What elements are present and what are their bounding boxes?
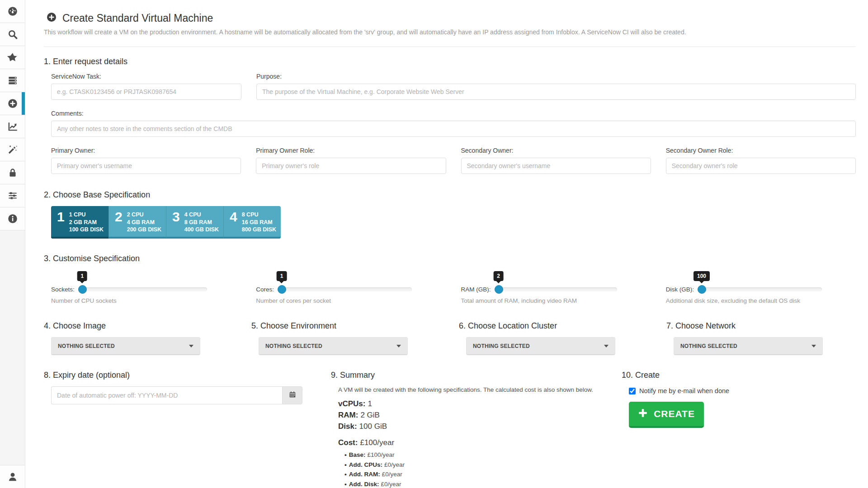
tile-ram: 16 GB RAM	[242, 219, 276, 226]
magic-wand-icon	[7, 144, 19, 155]
sockets-slider-label: Sockets:	[51, 286, 75, 293]
section-heading: 5. Choose Environment	[251, 321, 441, 331]
primary-owner-role-label: Primary Owner Role:	[256, 147, 446, 154]
cost-breakdown-disk: Add. Disk:£0/year	[344, 479, 593, 488]
tile-number: 4	[230, 210, 237, 237]
tile-number: 3	[172, 210, 180, 237]
sidebar-item-servers[interactable]	[0, 69, 25, 92]
page-subtitle: This workflow will create a VM on the pr…	[44, 28, 856, 36]
chevron-down-icon	[189, 345, 193, 347]
tile-disk: 200 GB DISK	[127, 226, 161, 234]
header-divider	[44, 47, 856, 47]
purpose-input[interactable]	[256, 84, 856, 100]
sockets-slider-handle[interactable]: 1	[78, 285, 87, 294]
section-choose-location-cluster: 6. Choose Location Cluster NOTHING SELEC…	[459, 321, 648, 355]
tile-cpu: 8 CPU	[242, 211, 276, 219]
sidebar-item-create[interactable]	[0, 92, 25, 115]
secondary-owner-role-field-group: Secondary Owner Role:	[666, 147, 856, 174]
expiry-date-input-group	[51, 386, 302, 404]
create-button[interactable]: CREATE	[629, 402, 704, 428]
sliders-icon	[7, 190, 19, 202]
info-circle-icon	[7, 213, 19, 225]
tile-disk: 100 GB DISK	[69, 226, 104, 234]
ram-slider-handle[interactable]: 2	[495, 285, 503, 294]
sidebar-item-wizard[interactable]	[0, 138, 25, 161]
sidebar-item-security[interactable]	[0, 161, 25, 184]
network-dropdown[interactable]: NOTHING SELECTED	[674, 337, 823, 355]
comments-input[interactable]	[51, 121, 856, 137]
image-dropdown-value: NOTHING SELECTED	[58, 343, 115, 349]
tile-ram: 8 GB RAM	[184, 219, 219, 226]
sidebar-item-reports[interactable]	[0, 115, 25, 138]
network-dropdown-value: NOTHING SELECTED	[680, 343, 737, 349]
summary-disk: Disk:100 GiB	[338, 422, 593, 431]
calendar-icon	[288, 390, 297, 400]
environment-dropdown[interactable]: NOTHING SELECTED	[259, 337, 408, 355]
section-choose-image: 4. Choose Image NOTHING SELECTED	[44, 321, 233, 355]
base-spec-tile-group: 1 1 CPU 2 GB RAM 100 GB DISK 2 2 CPU 4 G…	[51, 206, 281, 239]
cores-slider-handle[interactable]: 1	[278, 285, 286, 294]
section-heading: 6. Choose Location Cluster	[459, 321, 648, 331]
notify-email-checkbox[interactable]	[629, 388, 636, 394]
secondary-owner-input[interactable]	[461, 158, 651, 174]
chart-line-icon	[7, 121, 19, 132]
disk-slider-track[interactable]: 100	[698, 287, 822, 291]
section-heading: 10. Create	[622, 371, 856, 380]
base-spec-tile-2[interactable]: 2 2 CPU 4 GB RAM 200 GB DISK	[108, 206, 166, 239]
ram-slider-track[interactable]: 2	[495, 287, 617, 291]
sidebar-item-info[interactable]	[0, 207, 25, 230]
tile-cpu: 2 CPU	[127, 211, 161, 219]
tile-number: 2	[115, 210, 123, 237]
calendar-picker-button[interactable]	[282, 386, 302, 404]
create-button-label: CREATE	[654, 408, 695, 419]
sidebar-item-search[interactable]	[0, 23, 25, 46]
base-spec-tile-1[interactable]: 1 1 CPU 2 GB RAM 100 GB DISK	[51, 206, 108, 239]
base-spec-tile-4[interactable]: 4 8 CPU 16 GB RAM 800 GB DISK	[223, 206, 281, 239]
chevron-down-icon	[811, 345, 816, 347]
section-choose-network: 7. Choose Network NOTHING SELECTED	[666, 321, 856, 355]
base-spec-tile-3[interactable]: 3 4 CPU 8 GB RAM 400 GB DISK	[166, 206, 223, 239]
search-icon	[7, 28, 19, 40]
secondary-owner-role-input[interactable]	[666, 158, 856, 174]
image-dropdown[interactable]: NOTHING SELECTED	[51, 337, 200, 355]
cores-slider-caption: Number of cores per socket	[256, 297, 446, 304]
expiry-date-input[interactable]	[51, 386, 282, 404]
location-cluster-dropdown[interactable]: NOTHING SELECTED	[466, 337, 615, 355]
ram-slider-field: RAM (GB): 2 Total amount of RAM, includi…	[461, 286, 651, 304]
purpose-label: Purpose:	[256, 73, 856, 80]
purpose-field-group: Purpose:	[256, 73, 856, 100]
sidebar-spacer	[0, 230, 25, 465]
sidebar-item-favorites[interactable]	[0, 46, 25, 69]
sidebar-item-user[interactable]	[0, 465, 25, 488]
primary-owner-input[interactable]	[51, 158, 241, 174]
cost-breakdown-ram: Add. RAM:£0/year	[344, 469, 593, 479]
secondary-owner-role-label: Secondary Owner Role:	[666, 147, 856, 154]
star-icon	[7, 52, 19, 63]
cores-slider-track[interactable]: 1	[278, 287, 412, 291]
section-summary: 9. Summary A VM will be created with the…	[331, 371, 593, 488]
sidebar-item-settings[interactable]	[0, 184, 25, 207]
section-create: 10. Create Notify me by e-mail when done…	[622, 371, 856, 488]
cores-slider-label: Cores:	[256, 286, 274, 293]
section-choose-environment: 5. Choose Environment NOTHING SELECTED	[251, 321, 441, 355]
primary-owner-field-group: Primary Owner:	[51, 147, 241, 174]
ram-slider-value-tooltip: 2	[493, 271, 504, 281]
ram-slider-label: RAM (GB):	[461, 286, 491, 293]
plus-icon	[638, 408, 648, 420]
sidebar-item-dashboard[interactable]	[0, 0, 25, 23]
section-base-specification: 2. Choose Base Specification 1 1 CPU 2 G…	[44, 190, 856, 239]
disk-slider-field: Disk (GB): 100 Additional disk size, exc…	[666, 286, 856, 304]
primary-owner-label: Primary Owner:	[51, 147, 241, 154]
sidebar	[0, 0, 25, 488]
page-header: Create Standard Virtual Machine	[44, 12, 856, 24]
sockets-slider-field: Sockets: 1 Number of CPU sockets	[51, 286, 241, 304]
secondary-owner-label: Secondary Owner:	[461, 147, 651, 154]
disk-slider-handle[interactable]: 100	[698, 285, 706, 294]
summary-spec-block: vCPUs:1 RAM:2 GiB Disk:100 GiB	[338, 399, 593, 431]
section-heading: 4. Choose Image	[44, 321, 233, 331]
dashboard-gauge-icon	[7, 5, 19, 17]
servicenow-task-input[interactable]	[51, 84, 241, 100]
primary-owner-role-input[interactable]	[256, 158, 446, 174]
section-heading: 1. Enter request details	[44, 57, 856, 66]
sockets-slider-track[interactable]: 1	[78, 287, 207, 291]
